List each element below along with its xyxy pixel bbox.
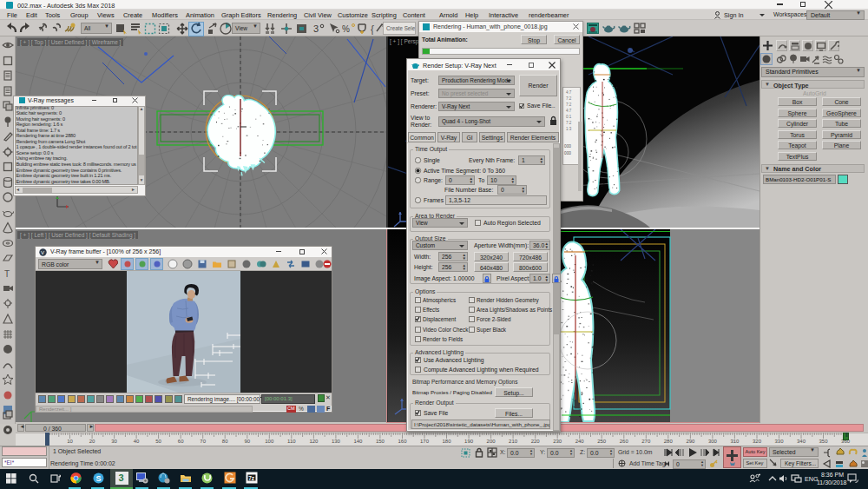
svg-text:120: 120 — [309, 439, 319, 444]
svg-text:310: 310 — [730, 439, 740, 444]
svg-text:320: 320 — [753, 439, 762, 444]
svg-text:7z: 7z — [248, 475, 255, 481]
svg-text:220: 220 — [531, 439, 541, 444]
svg-text:170: 170 — [420, 439, 430, 444]
svg-text:350: 350 — [819, 439, 828, 444]
svg-text:70: 70 — [200, 439, 206, 444]
svg-text:90: 90 — [244, 439, 250, 444]
svg-text:140: 140 — [353, 439, 363, 444]
svg-text:3: 3 — [313, 23, 319, 34]
svg-text:20: 20 — [89, 439, 95, 444]
svg-text:130: 130 — [332, 439, 341, 444]
svg-text:230: 230 — [553, 439, 562, 444]
svg-text:210: 210 — [509, 439, 518, 444]
svg-text:280: 280 — [664, 439, 674, 444]
svg-text:S: S — [96, 474, 102, 483]
svg-text:150: 150 — [376, 439, 385, 444]
svg-text:40: 40 — [134, 439, 140, 444]
svg-text:250: 250 — [597, 439, 607, 444]
svg-text:30: 30 — [111, 439, 117, 444]
svg-text:110: 110 — [287, 439, 296, 444]
svg-text:100: 100 — [265, 439, 274, 444]
svg-text:V: V — [41, 250, 44, 255]
svg-text:240: 240 — [575, 439, 585, 444]
svg-text:290: 290 — [686, 439, 695, 444]
svg-text:T: T — [4, 269, 10, 279]
svg-text:{: { — [371, 23, 374, 35]
svg-text:190: 190 — [464, 439, 474, 444]
svg-text:50: 50 — [155, 439, 161, 444]
svg-text:300: 300 — [708, 439, 718, 444]
svg-text:260: 260 — [620, 439, 629, 444]
svg-text:10: 10 — [67, 439, 73, 444]
svg-text:80: 80 — [222, 439, 228, 444]
svg-text:160: 160 — [398, 439, 407, 444]
svg-text:340: 340 — [797, 439, 806, 444]
svg-text:180: 180 — [442, 439, 451, 444]
svg-text:60: 60 — [178, 439, 184, 444]
svg-text:%: % — [342, 24, 350, 34]
svg-text:200: 200 — [487, 439, 496, 444]
svg-text:270: 270 — [641, 439, 651, 444]
svg-text:330: 330 — [774, 439, 784, 444]
